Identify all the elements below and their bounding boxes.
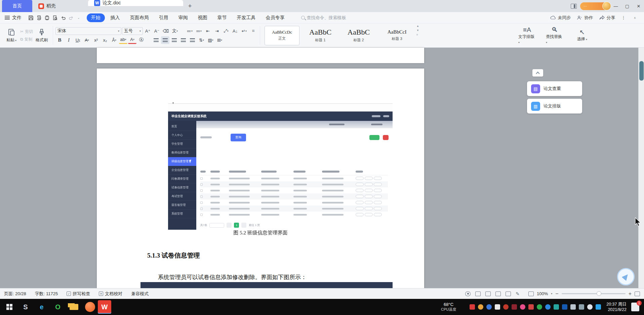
ink-annotate-icon[interactable]: ✎	[516, 291, 520, 297]
zoom-slider[interactable]	[562, 293, 626, 294]
page-view-icon[interactable]	[475, 291, 481, 296]
close-button[interactable]: ✕	[635, 2, 643, 10]
ribbon-tab[interactable]: 插入	[106, 13, 124, 22]
copy-button[interactable]: ⧉复制	[20, 37, 33, 42]
file-menu-button[interactable]: 文件	[0, 15, 27, 21]
paper-check-button[interactable]: ▤ 论文查重	[527, 81, 582, 96]
eye-protection-icon[interactable]	[465, 291, 471, 296]
increase-font-icon[interactable]: A⁺	[144, 27, 152, 35]
tray-icon[interactable]	[495, 304, 500, 310]
share-button[interactable]: 分享	[599, 15, 615, 21]
italic-button[interactable]: I	[65, 36, 73, 44]
ribbon-tab[interactable]: 开发工具	[233, 13, 260, 22]
superscript-button[interactable]: x²	[92, 36, 100, 44]
ribbon-tab[interactable]: 引用	[155, 13, 173, 22]
notification-center-icon[interactable]: 1	[631, 303, 639, 311]
tray-icon[interactable]	[570, 304, 576, 310]
taskbar-app-icon[interactable]: e	[35, 300, 48, 314]
cut-button[interactable]: ✂剪切	[20, 29, 33, 35]
decrease-indent-icon[interactable]: ⇤	[204, 27, 212, 35]
font-color-button[interactable]: A▾	[128, 36, 136, 44]
pinyin-guide-icon[interactable]: 文▾	[171, 27, 179, 35]
taskbar-app-icon[interactable]: S	[19, 300, 32, 314]
zoom-dropdown-icon[interactable]: ▾	[551, 292, 552, 295]
tray-icon[interactable]	[470, 304, 475, 310]
tray-icon[interactable]	[554, 304, 559, 310]
fullscreen-icon[interactable]	[635, 291, 640, 296]
numbered-list-icon[interactable]: ≕▾	[195, 27, 203, 35]
ribbon-tab[interactable]: 视图	[194, 13, 212, 22]
fit-page-icon[interactable]	[528, 291, 534, 296]
taskbar-app-icon[interactable]	[85, 302, 95, 312]
tray-icon[interactable]	[528, 304, 534, 310]
character-scale-icon[interactable]: ⤢▾	[222, 27, 230, 35]
tray-icon[interactable]	[587, 304, 593, 310]
zoom-in-button[interactable]: +	[629, 291, 632, 297]
show-marks-icon[interactable]: ↵▾	[240, 27, 248, 35]
print-preview-icon[interactable]	[51, 14, 59, 22]
scrollbar-thumb[interactable]	[639, 61, 644, 81]
subscript-button[interactable]: x₂	[101, 36, 109, 44]
zoom-slider-knob[interactable]	[597, 291, 601, 296]
assistant-float-button[interactable]	[617, 268, 635, 285]
taskbar-app-icon[interactable]: W	[98, 300, 111, 314]
document-page[interactable]: 毕业生就业调查反馈系统 首页 个人中心 学生管理 教师信息管理	[97, 69, 424, 288]
tray-icon[interactable]	[579, 304, 584, 310]
tray-icon[interactable]	[596, 304, 601, 310]
align-left-button[interactable]	[152, 36, 160, 44]
ribbon-tab[interactable]: 章节	[213, 13, 231, 22]
find-replace-button[interactable]: 🔍︎ 查找替换 ▾	[546, 25, 563, 46]
split-window-icon[interactable]	[571, 4, 577, 9]
style-chip[interactable]: AaBbC 标题 2	[341, 26, 376, 45]
cpu-temperature-widget[interactable]: 68°C CPU温度	[441, 302, 456, 312]
sync-status[interactable]: 未同步	[550, 15, 571, 21]
tray-icon[interactable]	[545, 304, 551, 310]
user-avatar[interactable]	[602, 2, 611, 10]
align-right-button[interactable]	[170, 36, 178, 44]
tab-document[interactable]: W 论文.doc	[88, 0, 183, 6]
distribute-button[interactable]	[188, 36, 197, 44]
tray-icon[interactable]	[512, 304, 517, 310]
zoom-out-button[interactable]: −	[555, 291, 558, 297]
tab-grid-icon[interactable]: ⌗	[249, 27, 257, 35]
ribbon-tab[interactable]: 开始	[87, 13, 105, 22]
justify-button[interactable]	[179, 36, 188, 44]
borders-button[interactable]: ⊞▾	[215, 36, 224, 44]
bold-button[interactable]: B	[55, 36, 64, 44]
new-tab-button[interactable]: +	[186, 2, 194, 10]
font-size-select[interactable]: 五号▾	[122, 27, 143, 35]
strikethrough-button[interactable]: A▾	[83, 36, 91, 44]
sort-icon[interactable]: A↓	[231, 27, 239, 35]
ribbon-tab[interactable]: 页面布局	[126, 13, 153, 22]
minimize-button[interactable]: —	[612, 2, 620, 10]
character-border-button[interactable]: Ⓐ	[137, 36, 146, 44]
style-gallery-arrows[interactable]: ▲▼≡	[416, 25, 419, 46]
paper-format-button[interactable]: ▥ 论文排版	[527, 99, 582, 114]
print-icon[interactable]	[35, 14, 43, 22]
decrease-font-icon[interactable]: A⁻	[153, 27, 161, 35]
increase-indent-icon[interactable]: ⇥	[213, 27, 221, 35]
tab-home[interactable]: 首页	[2, 0, 32, 12]
customize-quickbar-icon[interactable]: ⌄	[77, 16, 80, 19]
style-chip[interactable]: AaBbCcI 标题 3	[379, 26, 414, 45]
proofing-toggle[interactable]: ✕文档校对	[99, 291, 122, 297]
bullet-list-icon[interactable]: ≔▾	[186, 27, 194, 35]
taskbar-app-icon[interactable]	[67, 300, 81, 314]
figure-class-management-screenshot[interactable]: 毕业生就业调查反馈系统 首页 个人中心 学生管理 教师信息管理	[168, 103, 393, 230]
align-center-button[interactable]	[161, 36, 169, 44]
tray-icon[interactable]	[520, 304, 525, 310]
tab-docer[interactable]: 稻壳	[32, 0, 65, 12]
redo-icon[interactable]	[67, 14, 75, 22]
clear-format-icon[interactable]: ⌫	[162, 27, 170, 35]
read-layout-icon[interactable]	[495, 291, 501, 296]
taskbar-app-icon[interactable]: O	[51, 300, 65, 314]
page-indicator[interactable]: 页面: 20/28	[4, 291, 26, 297]
text-layout-button[interactable]: ≡A 文字排版 ▾	[518, 25, 536, 46]
undo-icon[interactable]	[59, 14, 67, 22]
tray-icon[interactable]	[486, 304, 492, 310]
previous-page-bottom[interactable]	[97, 48, 424, 63]
vip-promo-badge[interactable]: ···	[580, 2, 608, 10]
tray-icon[interactable]	[562, 304, 567, 310]
command-search[interactable]: 查找命令、搜索模板	[301, 15, 346, 21]
font-name-select[interactable]: 宋体▾	[55, 27, 121, 35]
